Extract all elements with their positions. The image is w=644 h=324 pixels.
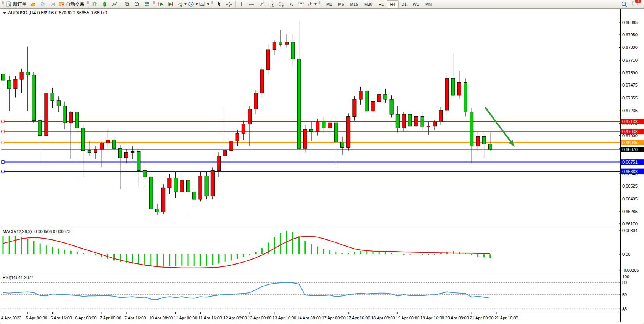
new-order-label: 新订单	[13, 1, 27, 8]
timeframe-button-M1[interactable]: M1	[323, 0, 335, 8]
toolbar-grip[interactable]	[87, 1, 89, 7]
trendline-button[interactable]	[257, 0, 266, 8]
tile-windows-icon	[144, 1, 150, 7]
rsi-indicator-label: RSI(14) 41.2877	[3, 275, 33, 280]
svg-text:21 Apr 16:00: 21 Apr 16:00	[494, 316, 518, 320]
market-watch-button[interactable]	[28, 0, 38, 8]
clock-icon	[188, 1, 194, 7]
svg-text:0.67830: 0.67830	[622, 45, 638, 50]
cursor-button[interactable]	[214, 0, 224, 8]
toolbar-grip[interactable]	[153, 1, 155, 7]
chevron-down-icon[interactable]	[184, 3, 187, 5]
crosshair-button[interactable]	[224, 0, 234, 8]
timeframe-button-H1[interactable]: H1	[375, 0, 387, 8]
svg-text:11 Apr 16:00: 11 Apr 16:00	[198, 316, 222, 320]
svg-text:7 Apr 16:00: 7 Apr 16:00	[124, 316, 146, 320]
autotrading-icon	[59, 1, 65, 7]
svg-text:11 Apr 00:00: 11 Apr 00:00	[174, 316, 198, 320]
chevron-down-icon[interactable]	[196, 3, 198, 5]
svg-text:0.66870: 0.66870	[622, 147, 638, 152]
crosshair-icon	[226, 1, 232, 7]
svg-text:0.66663: 0.66663	[622, 169, 638, 174]
timeframe-button-M5[interactable]: M5	[335, 0, 347, 8]
svg-text:T: T	[300, 3, 303, 6]
signal-button[interactable]	[48, 0, 58, 8]
timeframe-button-MN[interactable]: MN	[422, 0, 435, 8]
data-window-button[interactable]	[38, 0, 48, 8]
search-icon[interactable]	[621, 1, 628, 8]
timeframe-button-D1[interactable]: D1	[399, 0, 410, 8]
chart-shift-button[interactable]	[166, 0, 176, 8]
svg-text:-0.00205: -0.00205	[622, 268, 639, 273]
svg-text:0.67133: 0.67133	[622, 119, 638, 124]
svg-text:0.68065: 0.68065	[622, 20, 638, 25]
svg-text:10 Apr 08:00: 10 Apr 08:00	[149, 316, 173, 320]
fibonacci-icon: F	[278, 1, 284, 7]
macd-indicator-label: MACD(12,26,9) -0.000506 0.000073	[3, 229, 70, 234]
toolbar-separator	[121, 1, 121, 8]
indicators-button[interactable]	[176, 0, 187, 8]
svg-text:0.67950: 0.67950	[622, 32, 638, 37]
autotrading-label: 自动交易	[66, 1, 85, 8]
text-label-button[interactable]: T	[296, 0, 306, 8]
periods-button[interactable]	[187, 0, 199, 8]
toolbar-separator	[235, 1, 236, 8]
chart-title-text: AUDUSD-,H4 0.66916 0.67030 0.66855 0.668…	[8, 10, 107, 16]
new-order-button[interactable]: 新订单	[5, 0, 28, 8]
toolbar-right: 1	[621, 0, 644, 8]
bar-chart-icon	[92, 1, 98, 7]
svg-text:0.66751: 0.66751	[622, 160, 638, 164]
collapse-arrow-icon[interactable]	[3, 12, 6, 14]
notifications-button[interactable]: 1	[631, 0, 639, 8]
svg-text:0.67590: 0.67590	[622, 71, 638, 75]
timeframe-button-H4[interactable]: H4	[387, 0, 398, 8]
arrows-icon	[307, 1, 313, 7]
svg-text:0.66170: 0.66170	[622, 221, 638, 226]
horizontal-line-button[interactable]	[247, 0, 257, 8]
timeframe-button-M15[interactable]: M15	[347, 0, 361, 8]
chart-canvas[interactable]: 0.680650.679500.678300.677100.675900.674…	[0, 0, 644, 324]
tile-windows-button[interactable]	[142, 0, 152, 8]
autoscroll-button[interactable]	[156, 0, 166, 8]
equidistant-channel-button[interactable]: E	[266, 0, 276, 8]
svg-text:19 Apr 16:00: 19 Apr 16:00	[421, 316, 444, 320]
text-button[interactable]: A	[286, 0, 296, 8]
vertical-line-icon	[239, 1, 245, 7]
svg-text:F: F	[282, 5, 284, 8]
svg-text:17 Apr 16:00: 17 Apr 16:00	[346, 316, 370, 320]
chevron-down-icon[interactable]	[314, 3, 317, 5]
svg-text:0.66525: 0.66525	[622, 184, 638, 188]
new-order-icon	[6, 1, 12, 7]
bar-chart-button[interactable]	[90, 0, 100, 8]
cursor-icon	[216, 1, 222, 7]
fibonacci-button[interactable]: F	[276, 0, 286, 8]
candlestick-chart-icon	[102, 1, 108, 7]
candlestick-chart-button[interactable]	[100, 0, 110, 8]
chart-shift-icon	[168, 1, 174, 7]
arrows-button[interactable]	[306, 0, 317, 8]
line-chart-icon	[112, 1, 118, 7]
toolbar-grip[interactable]	[2, 1, 4, 7]
text-label-icon: T	[298, 1, 304, 7]
channel-icon: E	[268, 1, 274, 7]
chevron-down-icon[interactable]	[207, 3, 209, 5]
svg-text:7 Apr 00:00: 7 Apr 00:00	[100, 316, 121, 320]
timeframe-button-W1[interactable]: W1	[410, 0, 422, 8]
svg-text:20 Apr 08:00: 20 Apr 08:00	[445, 316, 469, 320]
svg-text:0.00304: 0.00304	[622, 228, 638, 233]
svg-text:80: 80	[622, 280, 627, 285]
templates-button[interactable]	[199, 0, 210, 8]
vertical-line-button[interactable]	[237, 0, 247, 8]
toolbar-grip[interactable]	[319, 1, 320, 7]
svg-text:0.66935: 0.66935	[622, 140, 638, 145]
autotrading-button[interactable]: 自动交易	[58, 0, 86, 8]
svg-text:17 Apr 00:00: 17 Apr 00:00	[322, 316, 345, 320]
line-chart-button[interactable]	[110, 0, 120, 8]
chart-title: AUDUSD-,H4 0.66916 0.67030 0.66855 0.668…	[3, 10, 107, 16]
zoom-in-button[interactable]	[122, 0, 132, 8]
toolbar-grip[interactable]	[211, 1, 213, 7]
timeframe-button-M30[interactable]: M30	[361, 0, 375, 8]
zoom-out-button[interactable]	[132, 0, 142, 8]
svg-text:0.67475: 0.67475	[622, 83, 638, 87]
svg-text:19 Apr 00:00: 19 Apr 00:00	[396, 316, 419, 320]
